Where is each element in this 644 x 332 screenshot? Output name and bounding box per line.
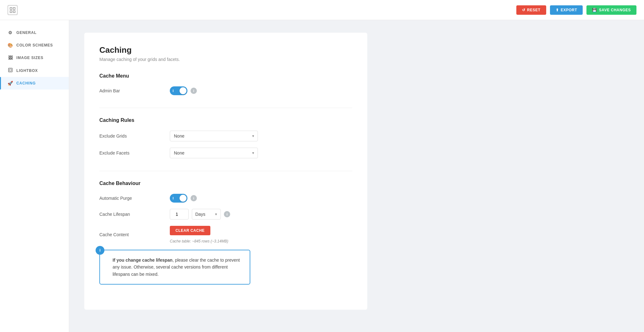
svg-rect-3: [13, 11, 15, 13]
admin-bar-control: I i: [170, 86, 197, 95]
cache-lifespan-control: Days Hours Minutes ▾ i: [170, 209, 230, 220]
cache-menu-section: Cache Menu Admin Bar I i: [99, 73, 352, 95]
cache-content-control: CLEAR CACHE Cache table: ~845 rows (~3.1…: [170, 226, 228, 243]
exclude-facets-row: Exclude Facets None ▾: [99, 148, 352, 158]
automatic-purge-label: Automatic Purge: [99, 196, 162, 201]
save-icon: 💾: [592, 8, 597, 12]
exclude-facets-select-wrap: None ▾: [170, 148, 258, 158]
svg-rect-4: [8, 68, 12, 72]
cache-lifespan-unit-wrap: Days Hours Minutes ▾: [192, 209, 221, 220]
page-title: Caching: [99, 45, 352, 55]
lightbox-icon: [8, 68, 13, 73]
svg-rect-1: [13, 8, 15, 9]
exclude-grids-control: None ▾: [170, 131, 258, 141]
automatic-purge-control: I i: [170, 194, 197, 203]
sidebar-item-image-sizes[interactable]: 🖼 IMAGE SIZES: [0, 52, 69, 64]
cache-lifespan-unit-select[interactable]: Days Hours Minutes: [192, 209, 221, 220]
reset-button[interactable]: ↺ RESET: [516, 5, 546, 15]
image-sizes-icon: 🖼: [8, 55, 13, 60]
save-button[interactable]: 💾 SAVE CHANGES: [586, 5, 636, 15]
cache-behaviour-section: Cache Behaviour Automatic Purge I i: [99, 181, 352, 285]
admin-bar-row: Admin Bar I i: [99, 86, 352, 95]
topbar: ↺ RESET ⬆ EXPORT 💾 SAVE CHANGES: [0, 0, 644, 20]
layout: ⚙ GENERAL 🎨 COLOR SCHEMES 🖼 IMAGE SIZES …: [0, 0, 644, 332]
cache-lifespan-info-icon[interactable]: i: [224, 211, 230, 217]
admin-bar-toggle[interactable]: I: [170, 86, 187, 95]
exclude-facets-control: None ▾: [170, 148, 258, 158]
caching-rules-title: Caching Rules: [99, 117, 352, 123]
info-notice: i If you change cache lifespan, please c…: [99, 250, 250, 285]
cache-menu-title: Cache Menu: [99, 73, 352, 79]
export-button[interactable]: ⬆ EXPORT: [550, 5, 583, 15]
cache-lifespan-input[interactable]: [170, 209, 189, 220]
cache-lifespan-row: Cache Lifespan Days Hours Minutes ▾ i: [99, 209, 352, 220]
sidebar-item-general[interactable]: ⚙ GENERAL: [0, 26, 69, 39]
exclude-grids-select-wrap: None ▾: [170, 131, 258, 141]
admin-bar-label: Admin Bar: [99, 88, 162, 93]
cache-content-row: Cache Content CLEAR CACHE Cache table: ~…: [99, 226, 352, 243]
automatic-purge-info-icon[interactable]: i: [191, 195, 197, 201]
svg-rect-0: [10, 8, 12, 9]
reset-icon: ↺: [522, 8, 525, 12]
exclude-facets-label: Exclude Facets: [99, 150, 162, 155]
general-icon: ⚙: [8, 30, 13, 35]
admin-bar-info-icon[interactable]: i: [191, 88, 197, 94]
exclude-grids-label: Exclude Grids: [99, 133, 162, 139]
cache-info-text: Cache table: ~845 rows (~3.14MB): [170, 239, 228, 243]
info-notice-icon: i: [96, 246, 104, 255]
sidebar-item-lightbox[interactable]: LIGHTBOX: [0, 64, 69, 77]
svg-rect-5: [9, 69, 11, 71]
caching-rules-section: Caching Rules Exclude Grids None ▾ Exclu…: [99, 117, 352, 158]
page-subtitle: Manage caching of your grids and facets.: [99, 57, 352, 62]
logo-icon: [8, 5, 18, 15]
sidebar: ⚙ GENERAL 🎨 COLOR SCHEMES 🖼 IMAGE SIZES …: [0, 20, 69, 332]
export-icon: ⬆: [556, 8, 559, 12]
svg-rect-2: [10, 11, 12, 13]
exclude-facets-select[interactable]: None: [170, 148, 258, 158]
main-content: Caching Manage caching of your grids and…: [69, 20, 644, 332]
sidebar-item-caching[interactable]: 🚀 CACHING: [0, 77, 69, 90]
automatic-purge-row: Automatic Purge I i: [99, 194, 352, 203]
topbar-actions: ↺ RESET ⬆ EXPORT 💾 SAVE CHANGES: [516, 5, 637, 15]
divider-1: [99, 108, 352, 108]
content-panel: Caching Manage caching of your grids and…: [84, 33, 367, 310]
info-notice-bold: If you change cache lifespan: [113, 258, 173, 263]
exclude-grids-select[interactable]: None: [170, 131, 258, 141]
color-schemes-icon: 🎨: [8, 43, 13, 48]
cache-content-label: Cache Content: [99, 232, 162, 237]
automatic-purge-toggle[interactable]: I: [170, 194, 187, 203]
caching-icon: 🚀: [8, 81, 13, 86]
divider-2: [99, 171, 352, 171]
exclude-grids-row: Exclude Grids None ▾: [99, 131, 352, 141]
cache-lifespan-label: Cache Lifespan: [99, 212, 162, 217]
sidebar-item-color-schemes[interactable]: 🎨 COLOR SCHEMES: [0, 39, 69, 52]
cache-behaviour-title: Cache Behaviour: [99, 181, 352, 186]
clear-cache-button[interactable]: CLEAR CACHE: [170, 226, 210, 235]
